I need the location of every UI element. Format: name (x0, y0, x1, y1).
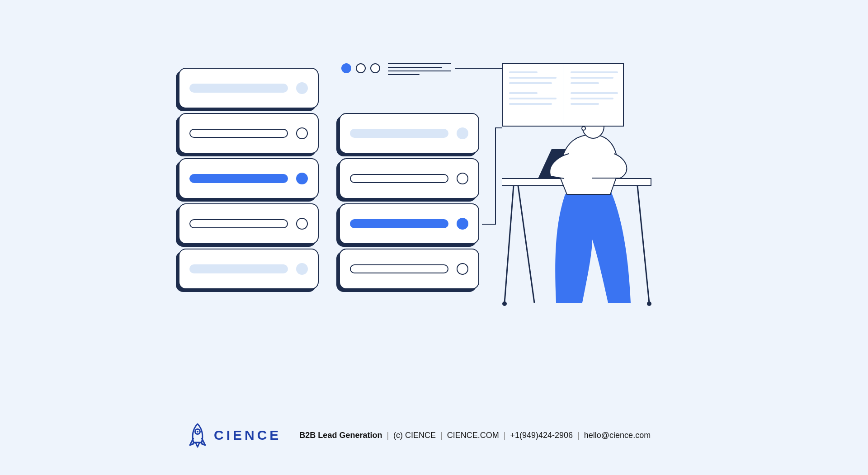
text-lines-icon (388, 63, 451, 75)
brand-logo: CIENCE (188, 423, 281, 448)
connector-line (455, 68, 502, 69)
drawer-item (339, 113, 479, 154)
footer-email: hello@cience.com (584, 431, 651, 440)
step-dot-icon (341, 63, 351, 73)
drawer-item (179, 203, 319, 244)
drawer-item-selected (179, 158, 319, 199)
footer-meta: B2B Lead Generation | (c) CIENCE | CIENC… (299, 431, 651, 440)
step-dot-icon (370, 63, 380, 73)
hero-illustration (86, 18, 782, 398)
step-dot-icon (356, 63, 366, 73)
drawer-item (339, 249, 479, 289)
footer-phone: +1(949)424-2906 (510, 431, 573, 440)
drawer-item (179, 68, 319, 108)
svg-line-2 (518, 186, 534, 303)
svg-line-3 (637, 186, 649, 303)
drawer-item (339, 158, 479, 199)
drawer-item (179, 113, 319, 154)
footer-site: CIENCE.COM (447, 431, 499, 440)
person-at-desk-illustration (502, 104, 669, 312)
drawer-item (179, 249, 319, 289)
connector-line (482, 224, 495, 225)
document-panel (502, 63, 624, 127)
brand-name: CIENCE (214, 428, 281, 443)
rocket-icon (188, 423, 208, 448)
footer-tagline: B2B Lead Generation (299, 431, 382, 440)
svg-point-5 (647, 301, 651, 306)
svg-line-1 (505, 186, 514, 303)
step-indicator (341, 63, 380, 73)
connector-line (495, 127, 502, 128)
svg-point-10 (197, 431, 198, 433)
drawer-item-selected (339, 203, 479, 244)
footer: CIENCE B2B Lead Generation | (c) CIENCE … (86, 423, 782, 448)
svg-point-8 (582, 127, 585, 130)
svg-point-4 (502, 301, 507, 306)
connector-line (495, 127, 496, 225)
footer-copyright: (c) CIENCE (393, 431, 436, 440)
